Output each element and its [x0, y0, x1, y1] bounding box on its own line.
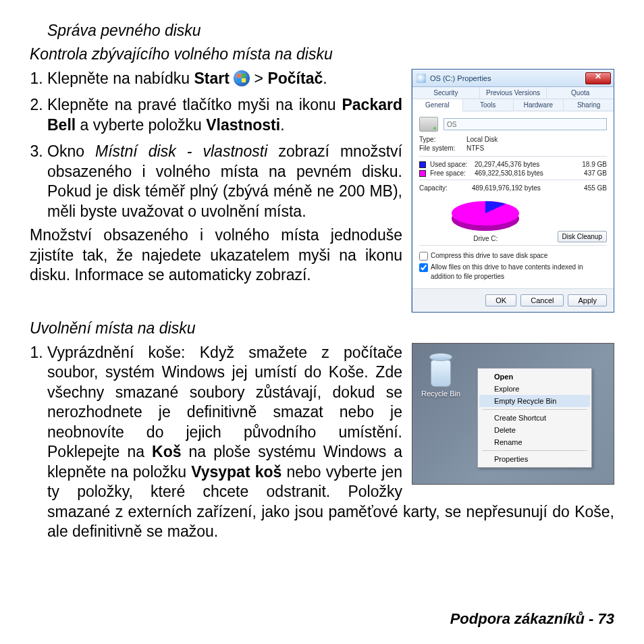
windows-orb-icon: [234, 70, 250, 86]
context-menu: Open Explore Empty Recycle Bin Create Sh…: [477, 368, 592, 468]
kos-bold: Koš: [152, 443, 181, 460]
tab-general[interactable]: General: [412, 99, 463, 111]
dialog-button-row: OK Cancel Apply: [412, 288, 614, 312]
filesystem-key: File system:: [419, 144, 466, 152]
tab-security[interactable]: Security: [412, 87, 480, 99]
menu-separator: [482, 450, 587, 451]
dialog-title: OS (C:) Properties: [430, 74, 585, 82]
recycle-bin-label: Recycle Bin: [421, 390, 461, 398]
recycle-bin-icon[interactable]: [427, 353, 455, 387]
tabs-row-top: Security Previous Versions Quota: [412, 87, 614, 99]
paragraph-hover-info: Množství obsazeného i volného místa jedn…: [30, 225, 428, 285]
text: Klepněte na pravé tlačítko myši na ikonu: [47, 96, 342, 113]
index-checkbox[interactable]: [419, 263, 428, 272]
text: >: [250, 70, 267, 87]
capacity-bytes: 489,619,976,192 bytes: [472, 184, 574, 192]
window-name-italic: Místní disk - vlastnosti: [95, 142, 267, 160]
disk-cleanup-button[interactable]: Disk Cleanup: [558, 231, 607, 242]
recycle-bin-icon-block: Recycle Bin: [421, 353, 461, 398]
menu-delete[interactable]: Delete: [479, 424, 590, 436]
apply-button[interactable]: Apply: [568, 294, 607, 306]
tabs-row-bottom: General Tools Hardware Sharing: [412, 99, 614, 111]
drive-c-label: Drive C:: [419, 235, 552, 242]
dialog-titlebar: OS (C:) Properties: [412, 70, 614, 87]
vysypat-bold: Vysypat koš: [191, 463, 281, 481]
heading-management: Správa pevného disku: [47, 22, 614, 40]
text: Klepněte na nabídku: [47, 70, 194, 87]
index-checkbox-row[interactable]: Allow files on this drive to have conten…: [419, 263, 607, 281]
footer-label: Podpora zákazníků -: [450, 610, 598, 627]
index-label: Allow files on this drive to have conten…: [431, 263, 607, 281]
text: a vyberte položku: [76, 116, 206, 134]
free-swatch: [419, 170, 426, 177]
type-key: Type:: [419, 136, 466, 143]
hdd-icon: [419, 117, 438, 132]
dialog-body: Type: Local Disk File system: NTFS Used …: [412, 111, 614, 288]
step-2: Klepněte na pravé tlačítko myši na ikonu…: [47, 95, 428, 135]
compress-checkbox[interactable]: [419, 252, 428, 261]
text: Okno: [47, 142, 95, 160]
footer-page: 73: [598, 610, 614, 627]
properties-dialog: OS (C:) Properties Security Previous Ver…: [412, 69, 614, 313]
start-bold: Start: [194, 70, 229, 87]
free-gb: 437 GB: [574, 169, 607, 177]
pocitac-bold: Počítač: [267, 70, 323, 87]
filesystem-value: NTFS: [466, 144, 607, 152]
ok-button[interactable]: OK: [485, 294, 516, 306]
heading-free-space: Uvolnění místa na disku: [30, 319, 614, 338]
tab-tools[interactable]: Tools: [463, 99, 514, 111]
step-3: Okno Místní disk - vlastnosti zobrazí mn…: [47, 142, 428, 221]
capacity-gb: 455 GB: [574, 184, 607, 192]
menu-empty-recycle-bin[interactable]: Empty Recycle Bin: [479, 395, 590, 407]
text: .: [280, 116, 284, 134]
menu-separator: [482, 409, 587, 410]
type-value: Local Disk: [466, 136, 607, 143]
usage-pie-chart: [445, 196, 526, 234]
free-key: Free space:: [430, 169, 472, 177]
cancel-button[interactable]: Cancel: [520, 294, 564, 306]
drive-label-input[interactable]: [444, 118, 607, 130]
steps-check-space: Klepněte na nabídku Start > Počítač. Kle…: [30, 69, 428, 221]
step-1: Klepněte na nabídku Start > Počítač.: [47, 69, 428, 88]
menu-explore[interactable]: Explore: [479, 383, 590, 395]
used-swatch: [419, 161, 426, 168]
used-gb: 18.9 GB: [574, 161, 607, 168]
compress-label: Compress this drive to save disk space: [431, 251, 547, 261]
used-key: Used space:: [430, 161, 472, 168]
page-footer: Podpora zákazníků - 73: [450, 610, 614, 628]
drive-icon: [417, 74, 426, 83]
text: .: [323, 70, 327, 87]
menu-open[interactable]: Open: [479, 371, 590, 383]
compress-checkbox-row[interactable]: Compress this drive to save disk space: [419, 251, 607, 261]
tab-previous-versions[interactable]: Previous Versions: [480, 87, 547, 99]
vlastnosti-bold: Vlastnosti: [206, 116, 280, 134]
free-bytes: 469,322,530,816 bytes: [475, 169, 572, 177]
tab-sharing[interactable]: Sharing: [564, 99, 614, 111]
used-bytes: 20,297,445,376 bytes: [475, 161, 572, 168]
document-page: Správa pevného disku Kontrola zbývajícíh…: [0, 0, 644, 644]
tab-quota[interactable]: Quota: [547, 87, 614, 99]
heading-check-space: Kontrola zbývajícího volného místa na di…: [30, 45, 614, 63]
menu-create-shortcut[interactable]: Create Shortcut: [479, 412, 590, 424]
close-icon[interactable]: [585, 72, 611, 84]
capacity-key: Capacity:: [419, 184, 472, 192]
recycle-bin-screenshot: Recycle Bin Open Explore Empty Recycle B…: [412, 343, 614, 485]
menu-properties[interactable]: Properties: [479, 453, 590, 465]
tab-hardware[interactable]: Hardware: [514, 99, 564, 111]
menu-rename[interactable]: Rename: [479, 436, 590, 448]
